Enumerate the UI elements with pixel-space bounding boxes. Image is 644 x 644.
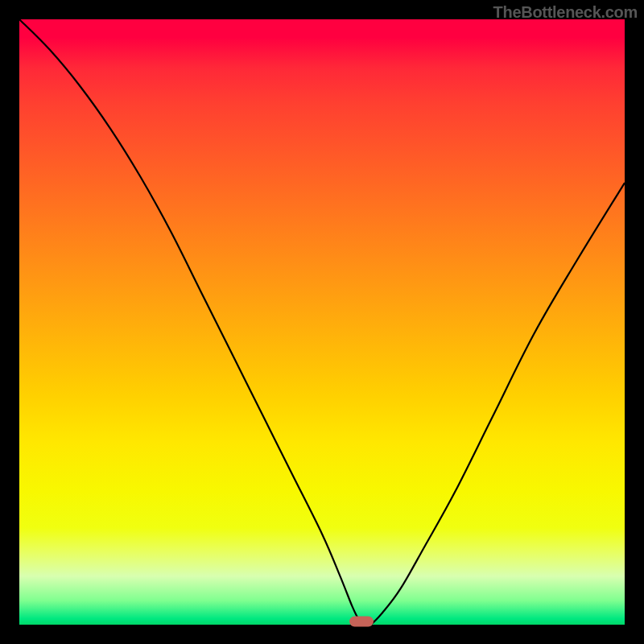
chart-container: TheBottleneck.com	[0, 0, 644, 644]
minimum-marker	[349, 617, 374, 627]
plot-area	[19, 19, 625, 625]
attribution-label: TheBottleneck.com	[493, 3, 638, 22]
bottleneck-curve	[19, 19, 625, 625]
